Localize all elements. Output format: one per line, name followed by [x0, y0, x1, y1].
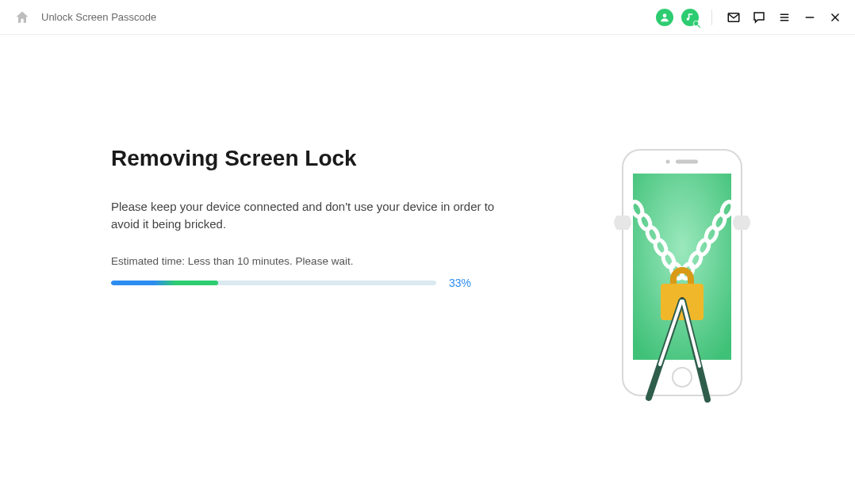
mail-icon[interactable]: [725, 9, 742, 26]
svg-rect-12: [676, 160, 698, 164]
estimate-text: Estimated time: Less than 10 minutes. Pl…: [111, 255, 508, 267]
music-icon[interactable]: [681, 9, 699, 26]
phone-illustration: [603, 146, 761, 418]
text-section: Removing Screen Lock Please keep your de…: [111, 146, 508, 418]
progress-percent: 33%: [449, 277, 471, 289]
menu-icon[interactable]: [776, 9, 793, 26]
header-bar: Unlock Screen Passcode: [0, 0, 855, 35]
main-content: Removing Screen Lock Please keep your de…: [0, 35, 855, 418]
progress-row: 33%: [111, 277, 508, 289]
svg-line-2: [698, 25, 700, 27]
close-icon[interactable]: [826, 9, 844, 26]
chat-icon[interactable]: [750, 9, 768, 26]
header-actions: [656, 9, 844, 26]
minimize-icon[interactable]: [801, 9, 819, 26]
svg-rect-14: [633, 174, 731, 360]
account-icon[interactable]: [656, 9, 673, 26]
progress-fill: [111, 281, 218, 285]
page-title: Unlock Screen Passcode: [41, 11, 656, 23]
home-icon[interactable]: [14, 10, 30, 25]
svg-point-1: [693, 21, 698, 25]
description-text: Please keep your device connected and do…: [111, 198, 508, 233]
divider: [711, 10, 712, 25]
progress-bar: [111, 281, 436, 285]
svg-point-0: [663, 13, 667, 17]
svg-point-11: [666, 160, 670, 164]
main-heading: Removing Screen Lock: [111, 146, 508, 171]
